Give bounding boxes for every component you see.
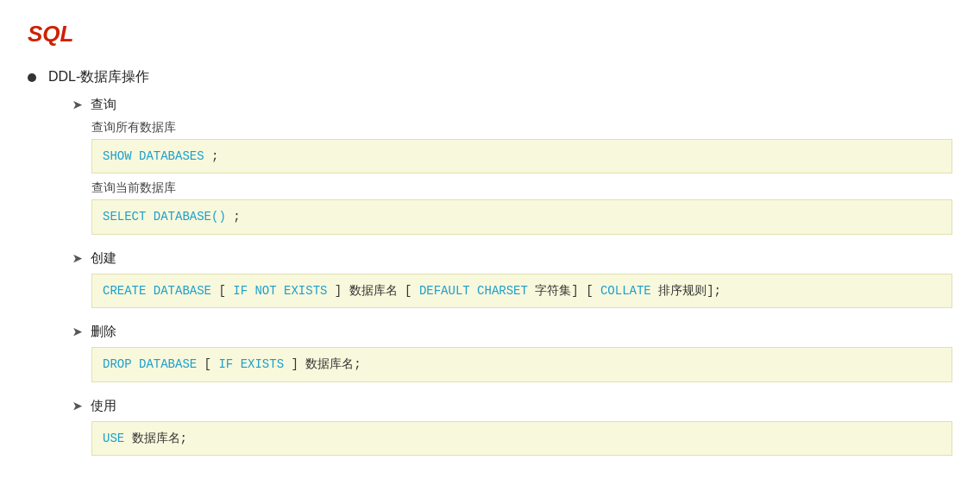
keyword-use: USE: [103, 432, 124, 445]
keyword-collate: COLLATE: [600, 284, 651, 298]
keyword-if-exists: IF EXISTS: [218, 357, 284, 371]
semicolon-2: ;: [226, 210, 241, 224]
query-title: 查询: [91, 97, 116, 113]
semicolon-1: ;: [204, 149, 219, 163]
arrow-icon-delete: ➤: [72, 325, 82, 338]
page-container: SQL DDL-数据库操作 ➤ 查询 查询所有数据库 SHOW DATABASE…: [28, 21, 952, 456]
delete-title: 删除: [91, 324, 116, 340]
bullet-icon: [28, 73, 36, 82]
query-subsection: ➤ 查询 查询所有数据库 SHOW DATABASES ; 查询当前数据库 SE…: [72, 97, 952, 235]
keyword-show-databases: SHOW DATABASES: [103, 149, 204, 163]
bracket-1: [: [211, 284, 233, 298]
keyword-drop-database: DROP DATABASE: [103, 357, 197, 371]
drop-db-code: DROP DATABASE [ IF EXISTS ] 数据库名;: [91, 347, 952, 381]
create-subsection: ➤ 创建 CREATE DATABASE [ IF NOT EXISTS ] 数…: [72, 250, 952, 308]
arrow-icon-create: ➤: [72, 252, 82, 265]
section-header: DDL-数据库操作: [28, 68, 952, 86]
show-db-label: 查询所有数据库: [91, 120, 952, 136]
select-db-label: 查询当前数据库: [91, 180, 952, 196]
query-header: ➤ 查询: [72, 97, 952, 113]
collate-text: 排序规则];: [651, 284, 721, 298]
show-db-code: SHOW DATABASES ;: [91, 139, 952, 173]
arrow-icon: ➤: [72, 98, 82, 111]
arrow-icon-use: ➤: [72, 400, 82, 413]
keyword-create-database: CREATE DATABASE: [103, 284, 211, 298]
db-name-text: ] 数据库名 [: [327, 284, 418, 298]
use-header: ➤ 使用: [72, 398, 952, 414]
create-title: 创建: [91, 250, 116, 267]
page-title: SQL: [28, 21, 952, 47]
charset-text: 字符集] [: [528, 284, 600, 298]
use-db-name: 数据库名;: [124, 432, 187, 445]
select-db-code: SELECT DATABASE() ;: [91, 199, 952, 234]
bracket-drop-1: [: [197, 357, 218, 371]
keyword-default-charset: DEFAULT CHARSET: [419, 284, 528, 298]
use-title: 使用: [91, 398, 116, 414]
delete-header: ➤ 删除: [72, 324, 952, 340]
use-subsection: ➤ 使用 USE 数据库名;: [72, 398, 952, 456]
keyword-select-database: SELECT DATABASE(): [103, 210, 226, 224]
keyword-if-not-exists: IF NOT EXISTS: [233, 284, 327, 298]
ddl-section: DDL-数据库操作 ➤ 查询 查询所有数据库 SHOW DATABASES ; …: [28, 68, 952, 456]
section-title: DDL-数据库操作: [48, 68, 149, 86]
create-header: ➤ 创建: [72, 250, 952, 267]
create-db-code: CREATE DATABASE [ IF NOT EXISTS ] 数据库名 […: [91, 274, 952, 308]
delete-subsection: ➤ 删除 DROP DATABASE [ IF EXISTS ] 数据库名;: [72, 324, 952, 381]
use-db-code: USE 数据库名;: [91, 421, 952, 456]
drop-db-name: ] 数据库名;: [284, 357, 361, 371]
